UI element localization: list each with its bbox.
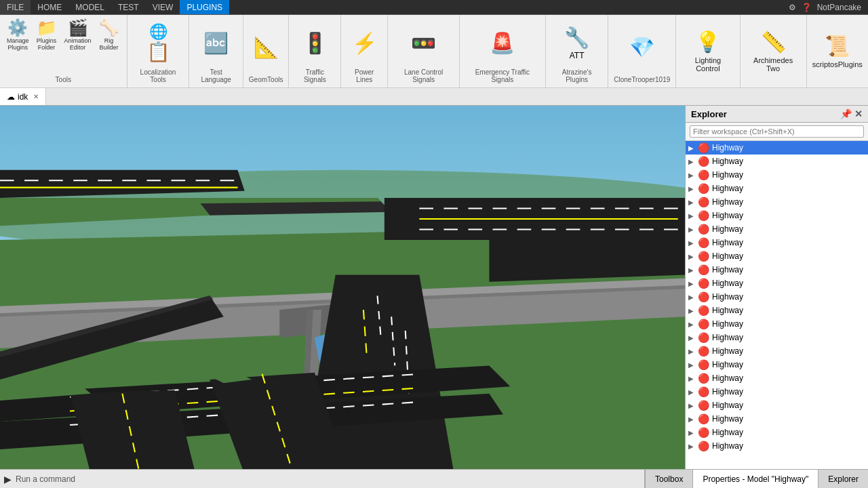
tree-node-label-8: Highway <box>712 251 743 261</box>
emergency-btn[interactable]: 🚨 <box>488 30 516 56</box>
geomtools-btn[interactable]: 📐 <box>252 34 280 60</box>
localization-tools-btn[interactable]: 🌐 📋 <box>145 22 172 64</box>
tree-node-label-0: Highway <box>712 143 743 152</box>
lighting-control-label: Lighting Control <box>683 56 732 73</box>
tree-item-highway-14[interactable]: ▶ 🔴 Highway <box>686 331 868 344</box>
archimedes-two-button[interactable]: 📏 Archimedes Two <box>741 15 807 87</box>
plugin-group-localization: 🌐 📋 Localization Tools <box>127 15 190 87</box>
settings-icon[interactable]: ⚙ <box>789 3 796 12</box>
tree-item-highway-4[interactable]: ▶ 🔴 Highway <box>686 195 868 209</box>
help-icon[interactable]: ❓ <box>802 3 812 12</box>
tree-node-icon-21: 🔴 <box>698 427 709 438</box>
tree-item-highway-1[interactable]: ▶ 🔴 Highway <box>686 155 868 168</box>
tree-arrow-2: ▶ <box>688 171 698 179</box>
test-language-btn[interactable]: 🔤 <box>202 30 230 56</box>
atrazine-btn[interactable]: 🔧 ATT <box>563 24 591 62</box>
menu-file[interactable]: FILE <box>0 0 31 14</box>
tree-arrow-19: ▶ <box>688 402 698 409</box>
clonetrooper-btn[interactable]: 💎 <box>628 34 656 60</box>
tree-item-highway-0[interactable]: ▶ 🔴 Highway <box>686 141 868 155</box>
lane-control-btn[interactable]: 🚥 <box>410 30 437 56</box>
tree-item-highway-5[interactable]: ▶ 🔴 Highway <box>686 209 868 222</box>
tab-idk-close[interactable]: ✕ <box>33 93 39 100</box>
tree-item-highway-12[interactable]: ▶ 🔴 Highway <box>686 304 868 317</box>
bottom-tab-explorer[interactable]: Explorer <box>818 470 868 489</box>
tree-arrow-21: ▶ <box>688 429 698 436</box>
rig-builder-button[interactable]: 🦴 RigBuilder <box>96 18 123 53</box>
plugin-group-emergency: 🚨 Emergency Traffic Signals <box>460 15 546 87</box>
lighting-control-button[interactable]: 💡 Lighting Control <box>676 15 740 87</box>
tree-node-label-9: Highway <box>712 265 743 274</box>
manage-plugins-button[interactable]: ⚙️ ManagePlugins <box>4 18 32 53</box>
tab-idk[interactable]: ☁ idk ✕ <box>0 88 46 105</box>
bottom-tabs: Toolbox Properties - Model "Highway" Exp… <box>645 470 868 488</box>
tree-node-label-11: Highway <box>712 292 743 302</box>
statusbar: ▶ Run a command <box>0 470 645 488</box>
menubar: FILE HOME MODEL TEST VIEW PLUGINS ⚙ ❓ No… <box>0 0 868 15</box>
scriptos-plugins-button[interactable]: 📜 scriptosPlugins <box>807 15 868 87</box>
tree-item-highway-17[interactable]: ▶ 🔴 Highway <box>686 371 868 385</box>
explorer-tree[interactable]: ▶ 🔴 Highway ▶ 🔴 Highway ▶ 🔴 Highway ▶ 🔴 … <box>686 141 868 469</box>
tree-item-highway-15[interactable]: ▶ 🔴 Highway <box>686 344 868 358</box>
explorer-filter-input[interactable] <box>690 125 864 138</box>
tree-node-icon-20: 🔴 <box>698 413 709 424</box>
tree-node-label-6: Highway <box>712 224 743 234</box>
toolbar-row: ⚙️ ManagePlugins 📁 PluginsFolder 🎬 Anima… <box>0 15 868 88</box>
tree-item-highway-6[interactable]: ▶ 🔴 Highway <box>686 222 868 236</box>
animation-editor-button[interactable]: 🎬 AnimationEditor <box>62 18 94 53</box>
tree-item-highway-19[interactable]: ▶ 🔴 Highway <box>686 399 868 412</box>
tree-node-icon-13: 🔴 <box>698 319 709 329</box>
plugin-group-traffic-signals: 🚦 Traffic Signals <box>289 15 341 87</box>
tree-node-icon-14: 🔴 <box>698 332 709 343</box>
plugins-folder-button[interactable]: 📁 PluginsFolder <box>33 18 60 53</box>
explorer-header-icons: 📌 ✕ <box>840 108 863 119</box>
menu-plugins[interactable]: PLUGINS <box>180 0 229 14</box>
menu-test[interactable]: TEST <box>111 0 146 14</box>
tree-arrow-18: ▶ <box>688 388 698 396</box>
tree-item-highway-7[interactable]: ▶ 🔴 Highway <box>686 236 868 249</box>
menu-model[interactable]: MODEL <box>68 0 111 14</box>
tree-node-label-10: Highway <box>712 279 743 288</box>
tree-item-highway-20[interactable]: ▶ 🔴 Highway <box>686 412 868 426</box>
tab-idk-label: idk <box>18 92 28 102</box>
tree-item-highway-9[interactable]: ▶ 🔴 Highway <box>686 263 868 277</box>
tree-item-highway-18[interactable]: ▶ 🔴 Highway <box>686 385 868 399</box>
geomtools-label: GeomTools <box>249 76 283 85</box>
explorer-close-icon[interactable]: ✕ <box>854 108 863 119</box>
tree-node-label-17: Highway <box>712 373 743 383</box>
plugin-group-test-language: 🔤 Test Language <box>189 15 243 87</box>
bottom-tab-properties[interactable]: Properties - Model "Highway" <box>692 470 818 489</box>
localization-tools-icons: 🌐 📋 <box>145 18 172 68</box>
bottom-tab-toolbox[interactable]: Toolbox <box>645 470 692 489</box>
tree-item-highway-8[interactable]: ▶ 🔴 Highway <box>686 249 868 263</box>
tree-node-icon-18: 🔴 <box>698 386 709 397</box>
menu-view[interactable]: VIEW <box>146 0 180 14</box>
traffic-signals-btn[interactable]: 🚦 <box>301 30 329 56</box>
tree-item-highway-13[interactable]: ▶ 🔴 Highway <box>686 317 868 331</box>
plugin-group-atrazine: 🔧 ATT Atrazine's Plugins <box>546 15 608 87</box>
tree-item-highway-22[interactable]: ▶ 🔴 Highway <box>686 439 868 453</box>
tree-node-label-22: Highway <box>712 441 743 451</box>
viewport[interactable] <box>0 106 685 469</box>
tree-item-highway-11[interactable]: ▶ 🔴 Highway <box>686 290 868 304</box>
app-title-area: ⚙ ❓ NotPancake <box>789 3 868 12</box>
svg-marker-19 <box>489 240 685 282</box>
tree-item-highway-21[interactable]: ▶ 🔴 Highway <box>686 426 868 439</box>
explorer-pin-icon[interactable]: 📌 <box>840 108 852 119</box>
tree-item-highway-10[interactable]: ▶ 🔴 Highway <box>686 277 868 290</box>
tree-arrow-9: ▶ <box>688 266 698 274</box>
tree-item-highway-16[interactable]: ▶ 🔴 Highway <box>686 358 868 371</box>
tree-arrow-6: ▶ <box>688 226 698 233</box>
tree-item-highway-3[interactable]: ▶ 🔴 Highway <box>686 182 868 195</box>
tree-node-label-4: Highway <box>712 197 743 207</box>
tree-arrow-7: ▶ <box>688 239 698 247</box>
tree-node-label-15: Highway <box>712 346 743 356</box>
plugin-group-geomtools: 📐 GeomTools <box>243 15 290 87</box>
menu-home[interactable]: HOME <box>31 0 68 14</box>
tree-item-highway-2[interactable]: ▶ 🔴 Highway <box>686 168 868 182</box>
power-lines-btn[interactable]: ⚡ <box>351 30 378 56</box>
tree-node-icon-9: 🔴 <box>698 264 709 275</box>
run-command-label: Run a command <box>16 474 75 484</box>
tree-node-icon-15: 🔴 <box>698 346 709 357</box>
tree-arrow-15: ▶ <box>688 348 698 355</box>
